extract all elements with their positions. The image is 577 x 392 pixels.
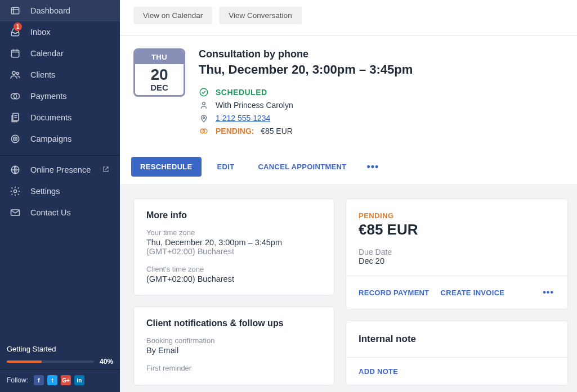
nav-dashboard[interactable]: Dashboard bbox=[0, 0, 120, 21]
linkedin-icon[interactable]: in bbox=[74, 375, 84, 385]
progress-bar bbox=[7, 361, 94, 363]
date-badge: THU 20 DEC bbox=[133, 48, 185, 97]
notifications-card: Client notifications & follow ups Bookin… bbox=[133, 307, 334, 385]
date-month: DEC bbox=[135, 83, 184, 92]
dashboard-icon bbox=[9, 4, 21, 17]
nav-calendar[interactable]: Calendar bbox=[0, 43, 120, 64]
appointment-datetime: Thu, December 20, 3:00pm – 3:45pm bbox=[199, 62, 413, 77]
payment-card: PENDING €85 EUR Due Date Dec 20 RECORD P… bbox=[346, 199, 568, 309]
pending-label: PENDING: bbox=[216, 127, 254, 136]
coins-icon bbox=[199, 126, 209, 136]
nav-label: Contact Us bbox=[30, 208, 71, 217]
nav-label: Online Presence bbox=[30, 165, 91, 174]
svg-rect-0 bbox=[11, 7, 19, 14]
nav-separator bbox=[0, 155, 120, 156]
check-icon bbox=[199, 87, 209, 97]
client-timezone-value: (GMT+02:00) Bucharest bbox=[146, 274, 321, 283]
more-info-card: More info Your time zone Thu, December 2… bbox=[133, 199, 334, 295]
svg-point-15 bbox=[203, 117, 205, 119]
pin-icon bbox=[199, 113, 209, 123]
detail-content: More info Your time zone Thu, December 2… bbox=[120, 185, 577, 392]
record-payment-link[interactable]: RECORD PAYMENT bbox=[359, 289, 430, 297]
inbox-badge: 1 bbox=[14, 22, 22, 31]
sidebar: Dashboard 1 Inbox Calendar Clients bbox=[0, 0, 120, 392]
getting-started-title: Getting Started bbox=[7, 345, 113, 353]
more-actions-menu[interactable]: ••• bbox=[362, 159, 383, 175]
getting-started[interactable]: Getting Started 40% bbox=[0, 338, 120, 369]
top-buttons: View on Calendar View Conversation bbox=[120, 0, 577, 36]
nav-contact[interactable]: Contact Us bbox=[0, 202, 120, 223]
pending-amount: €85 EUR bbox=[261, 127, 293, 136]
svg-point-11 bbox=[14, 190, 17, 193]
campaigns-icon bbox=[9, 133, 21, 145]
appointment-summary: Consultation by phone Thu, December 20, … bbox=[199, 48, 413, 139]
nav-label: Clients bbox=[30, 70, 55, 79]
appointment-header: THU 20 DEC Consultation by phone Thu, De… bbox=[120, 36, 577, 152]
envelope-icon bbox=[9, 206, 21, 219]
right-column: PENDING €85 EUR Due Date Dec 20 RECORD P… bbox=[346, 199, 568, 392]
date-day: 20 bbox=[135, 66, 184, 83]
svg-point-14 bbox=[203, 102, 205, 105]
svg-point-3 bbox=[16, 73, 19, 75]
svg-rect-1 bbox=[11, 50, 19, 57]
globe-icon bbox=[9, 164, 21, 176]
view-conversation-button[interactable]: View Conversation bbox=[219, 7, 301, 24]
calendar-icon bbox=[9, 47, 21, 60]
booking-confirmation-value: By Email bbox=[146, 346, 321, 355]
clients-icon bbox=[9, 69, 21, 81]
due-date-label: Due Date bbox=[359, 247, 555, 256]
left-column: More info Your time zone Thu, December 2… bbox=[133, 199, 334, 392]
svg-rect-6 bbox=[13, 114, 19, 121]
due-date-value: Dec 20 bbox=[359, 256, 555, 265]
add-note-link[interactable]: ADD NOTE bbox=[359, 367, 398, 376]
booking-confirmation-label: Booking confirmation bbox=[146, 336, 321, 345]
notifications-heading: Client notifications & follow ups bbox=[146, 318, 321, 328]
main-nav: Dashboard 1 Inbox Calendar Clients bbox=[0, 0, 120, 228]
twitter-icon[interactable]: t bbox=[47, 375, 57, 385]
payment-amount: €85 EUR bbox=[359, 221, 555, 238]
googleplus-icon[interactable]: G+ bbox=[61, 375, 71, 385]
edit-link[interactable]: EDIT bbox=[209, 157, 243, 177]
nav-label: Documents bbox=[30, 113, 71, 122]
create-invoice-link[interactable]: CREATE INVOICE bbox=[441, 289, 505, 297]
nav-documents[interactable]: Documents bbox=[0, 107, 120, 128]
internal-note-card: Internal note ADD NOTE bbox=[346, 321, 568, 385]
payment-status: PENDING bbox=[359, 211, 555, 220]
internal-note-heading: Internal note bbox=[359, 334, 555, 345]
svg-point-9 bbox=[15, 138, 16, 139]
documents-icon bbox=[9, 111, 21, 124]
your-timezone-value: Thu, December 20, 3:00pm – 3:45pm (GMT+0… bbox=[146, 238, 321, 256]
svg-point-2 bbox=[12, 71, 15, 74]
nav-campaigns[interactable]: Campaigns bbox=[0, 128, 120, 150]
client-name: With Princess Carolyn bbox=[216, 101, 293, 110]
nav-label: Payments bbox=[30, 92, 66, 101]
client-timezone-label: Client's time zone bbox=[146, 265, 321, 273]
first-reminder-label: First reminder bbox=[146, 364, 321, 372]
person-icon bbox=[199, 100, 209, 110]
nav-label: Campaigns bbox=[30, 134, 71, 143]
nav-clients[interactable]: Clients bbox=[0, 64, 120, 85]
progress-percent: 40% bbox=[100, 358, 113, 366]
phone-link[interactable]: 1 212 555 1234 bbox=[216, 114, 270, 123]
payments-icon bbox=[9, 90, 21, 102]
main-content: View on Calendar View Conversation THU 2… bbox=[120, 0, 577, 392]
nav-online-presence[interactable]: Online Presence bbox=[0, 159, 120, 181]
follow-label: Follow: bbox=[7, 376, 28, 384]
nav-settings[interactable]: Settings bbox=[0, 181, 120, 202]
status-label: SCHEDULED bbox=[216, 88, 267, 97]
payment-more-menu[interactable]: ••• bbox=[538, 285, 558, 300]
appointment-title: Consultation by phone bbox=[199, 48, 413, 60]
cancel-appointment-link[interactable]: CANCEL APPOINTMENT bbox=[250, 157, 354, 177]
your-timezone-label: Your time zone bbox=[146, 228, 321, 237]
more-info-heading: More info bbox=[146, 210, 321, 220]
progress-fill bbox=[7, 361, 42, 363]
svg-point-17 bbox=[203, 129, 208, 133]
nav-label: Dashboard bbox=[30, 6, 70, 15]
nav-payments[interactable]: Payments bbox=[0, 85, 120, 107]
view-on-calendar-button[interactable]: View on Calendar bbox=[133, 7, 212, 24]
facebook-icon[interactable]: f bbox=[34, 375, 44, 385]
nav-label: Inbox bbox=[30, 28, 50, 37]
action-bar: RESCHEDULE EDIT CANCEL APPOINTMENT ••• bbox=[120, 152, 577, 185]
nav-inbox[interactable]: 1 Inbox bbox=[0, 21, 120, 43]
reschedule-button[interactable]: RESCHEDULE bbox=[131, 157, 202, 177]
